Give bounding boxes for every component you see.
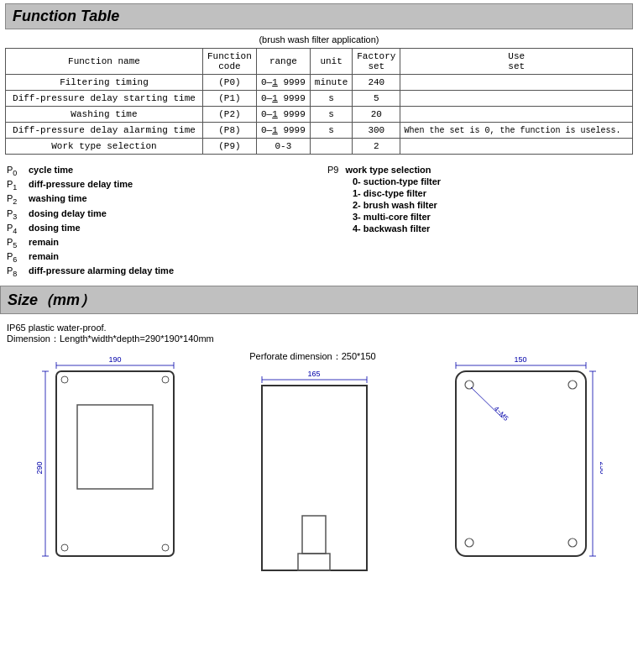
table-cell-0-4: 240 [353, 75, 400, 91]
col-range: range [256, 49, 310, 75]
code-item: P3dosing delay time [7, 208, 311, 221]
code-item: P0cycle time [7, 165, 311, 177]
table-cell-4-2: 0-3 [256, 139, 310, 155]
p9-options: 0- suction-type filter1- disc-type filte… [353, 176, 631, 234]
diagram3-wrapper: 150 250 4~M5 [439, 350, 603, 569]
svg-rect-8 [56, 371, 174, 556]
code-desc: dosing time [29, 223, 81, 235]
table-cell-4-3 [310, 139, 352, 155]
function-table-header: Function Table [5, 3, 633, 29]
code-item: P6remain [7, 251, 311, 264]
code-item: P8diff-pressure alarming delay time [7, 265, 311, 278]
svg-point-33 [568, 538, 577, 547]
table-cell-1-0: Diff-pressure delay starting time [6, 91, 203, 107]
svg-rect-20 [298, 554, 330, 570]
diagram3-svg: 150 250 4~M5 [439, 350, 603, 569]
col-use-set: Useset [400, 49, 633, 75]
table-row: Filtering timing(P0)0—1 9999minute240 [6, 75, 633, 91]
svg-point-11 [162, 376, 169, 383]
svg-text:150: 150 [514, 355, 526, 364]
table-cell-1-5 [400, 91, 633, 107]
code-label: P8 [7, 265, 24, 278]
svg-point-12 [61, 544, 68, 551]
code-label: P1 [7, 179, 24, 192]
table-cell-3-4: 300 [353, 123, 400, 139]
p9-option: 1- disc-type filter [353, 188, 631, 198]
diagram2-wrapper: Perforate dimension：250*150 165 [245, 350, 379, 583]
table-cell-4-0: Work type selection [6, 139, 203, 155]
table-row: Washing time(P2)0—1 9999s20 [6, 107, 633, 123]
diagram1: 190 290 [35, 350, 186, 569]
table-cell-3-5: When the set is 0, the function is usele… [400, 123, 633, 139]
svg-point-13 [162, 544, 169, 551]
code-item: P4dosing time [7, 223, 311, 235]
code-list-left: P0cycle timeP1diff-pressure delay timeP2… [7, 165, 311, 281]
table-header-row: Function name Functioncode range unit Fa… [6, 49, 633, 75]
svg-text:165: 165 [308, 370, 321, 378]
table-cell-0-5 [400, 75, 633, 91]
svg-rect-29 [456, 371, 586, 556]
size-header: Size（mm） [0, 286, 638, 314]
svg-text:250: 250 [599, 461, 603, 474]
size-line2: Dimension：Length*width*depth=290*190*140… [7, 333, 633, 345]
table-cell-2-5 [400, 107, 633, 123]
table-cell-4-5 [400, 139, 633, 155]
table-cell-2-2: 0—1 9999 [256, 107, 310, 123]
svg-point-32 [465, 538, 473, 547]
table-cell-0-0: Filtering timing [6, 75, 203, 91]
size-section: Size（mm） IP65 plastic water-proof. Dimen… [0, 286, 638, 586]
p9-label: P9 [327, 165, 338, 175]
function-table-section: Function Table (brush wash filter applic… [0, 0, 638, 160]
col-function-code: Functioncode [202, 49, 256, 75]
p9-desc: work type selection [345, 165, 431, 175]
table-cell-3-3: s [310, 123, 352, 139]
svg-text:190: 190 [109, 355, 122, 364]
diagram1-svg: 190 290 [35, 350, 186, 569]
p9-option: 3- multi-core filter [353, 212, 631, 222]
table-cell-3-0: Diff-pressure delay alarming time [6, 123, 203, 139]
code-item: P5remain [7, 237, 311, 249]
diagram2-svg: 165 [245, 365, 379, 583]
code-item: P1diff-pressure delay time [7, 179, 311, 192]
code-list-section: P0cycle timeP1diff-pressure delay timeP2… [0, 160, 638, 286]
table-cell-0-3: minute [310, 75, 352, 91]
col-function-name: Function name [6, 49, 203, 75]
svg-text:4~M5: 4~M5 [492, 405, 510, 423]
p9-option: 0- suction-type filter [353, 176, 631, 186]
svg-point-31 [568, 381, 577, 389]
p9-title: P9work type selection [327, 165, 631, 175]
table-cell-0-2: 0—1 9999 [256, 75, 310, 91]
table-cell-2-1: (P2) [202, 107, 256, 123]
code-label: P6 [7, 251, 24, 264]
table-subtitle: (brush wash filter application) [5, 34, 633, 45]
perforate-label: Perforate dimension：250*150 [249, 351, 375, 361]
code-label: P2 [7, 193, 24, 206]
code-desc: remain [29, 237, 59, 249]
code-desc: cycle time [29, 165, 73, 177]
table-row: Work type selection(P9)0-32 [6, 139, 633, 155]
code-label: P4 [7, 223, 24, 235]
table-cell-1-1: (P1) [202, 91, 256, 107]
table-cell-1-3: s [310, 91, 352, 107]
code-desc: diff-pressure delay time [29, 179, 133, 192]
table-cell-1-4: 5 [353, 91, 400, 107]
svg-rect-18 [262, 386, 367, 570]
code-desc: diff-pressure alarming delay time [29, 265, 174, 278]
diagrams-container: 190 290 [5, 350, 633, 583]
table-cell-2-3: s [310, 107, 352, 123]
code-desc: washing time [29, 193, 87, 206]
col-unit: unit [310, 49, 352, 75]
col-factory-set: Factoryset [353, 49, 400, 75]
code-label: P3 [7, 208, 24, 221]
table-row: Diff-pressure delay starting time(P1)0—1… [6, 91, 633, 107]
code-list-right: P9work type selection0- suction-type fil… [327, 165, 631, 281]
p9-option: 2- brush wash filter [353, 200, 631, 210]
size-content: IP65 plastic water-proof. Dimension：Leng… [0, 319, 638, 586]
function-table-title: Function Table [13, 8, 119, 24]
table-cell-3-1: (P8) [202, 123, 256, 139]
table-cell-4-4: 2 [353, 139, 400, 155]
size-title: Size（mm） [8, 291, 95, 308]
code-item: P2washing time [7, 193, 311, 206]
svg-text:290: 290 [35, 461, 44, 474]
table-cell-2-0: Washing time [6, 107, 203, 123]
